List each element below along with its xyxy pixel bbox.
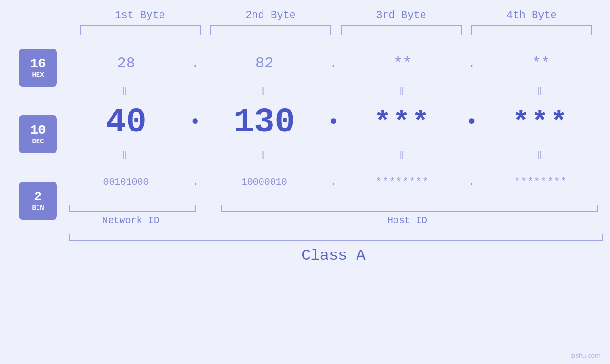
bin-b1: 00101000	[66, 177, 186, 187]
hex-dot1: .	[186, 56, 205, 71]
nh-labels: Network ID Host ID	[66, 215, 601, 226]
hex-b2: 82	[205, 55, 324, 72]
byte2-header: 2nd Byte	[206, 9, 336, 21]
bin-badge: 2 BIN	[19, 182, 57, 220]
bin-b3: ********	[343, 177, 462, 187]
network-host-section: Network ID Host ID	[66, 205, 601, 226]
bracket-b3	[341, 25, 462, 35]
header-brackets	[75, 25, 597, 35]
byte3-header: 3rd Byte	[336, 9, 467, 21]
dec-b3: ***	[343, 106, 462, 139]
hex-b1: 28	[66, 55, 186, 72]
dec-b1: 40	[66, 105, 186, 140]
bin-number: 2	[34, 190, 42, 205]
bin-dot1: .	[186, 177, 205, 187]
full-bracket-section	[66, 234, 601, 241]
hex-dot2: .	[324, 56, 343, 71]
full-bracket	[69, 234, 603, 241]
network-bracket	[69, 205, 196, 212]
bracket-b1	[80, 25, 201, 35]
hex-label: HEX	[32, 71, 44, 79]
dec-b4: ***	[481, 106, 601, 139]
dec-dot1: •	[186, 112, 205, 133]
host-id-label: Host ID	[214, 215, 601, 226]
bin-dot3: .	[462, 177, 481, 187]
network-id-label: Network ID	[66, 215, 195, 226]
dec-b2: 130	[205, 105, 324, 140]
sep2: ‖ ‖ ‖ ‖	[66, 146, 601, 163]
bin-b2: 10000010	[205, 177, 324, 187]
bin-b4: ********	[481, 177, 601, 187]
bracket-b4	[471, 25, 592, 35]
byte1-header: 1st Byte	[75, 9, 206, 21]
dec-number: 10	[30, 123, 46, 138]
class-label: Class A	[66, 247, 601, 264]
main-container: 1st Byte 2nd Byte 3rd Byte 4th Byte 16 H…	[0, 0, 610, 364]
dec-row: 40 • 130 • *** • ***	[66, 99, 601, 146]
byte-headers: 1st Byte 2nd Byte 3rd Byte 4th Byte	[75, 9, 597, 21]
byte4-header: 4th Byte	[467, 9, 597, 21]
hex-b4: **	[481, 55, 601, 72]
hex-badge: 16 HEX	[19, 49, 57, 87]
sep1: ‖ ‖ ‖ ‖	[66, 82, 601, 99]
dec-dot3: •	[462, 112, 481, 133]
hex-b3: **	[343, 55, 462, 72]
hex-number: 16	[30, 57, 46, 72]
dec-badge: 10 DEC	[19, 115, 57, 153]
bin-row: 00101000 . 10000010 . ******** . *******…	[66, 163, 601, 201]
bracket-b2	[210, 25, 331, 35]
bin-label: BIN	[32, 204, 44, 212]
host-bracket	[221, 205, 598, 212]
bin-dot2: .	[324, 177, 343, 187]
hex-row: 28 . 82 . ** . **	[66, 44, 601, 82]
nh-brackets	[66, 205, 601, 212]
watermark: ipshu.com	[570, 352, 601, 359]
dec-label: DEC	[32, 138, 44, 145]
label-column: 16 HEX 10 DEC 2 BIN	[0, 44, 66, 220]
hex-dot3: .	[462, 56, 481, 71]
dec-dot2: •	[324, 112, 343, 133]
